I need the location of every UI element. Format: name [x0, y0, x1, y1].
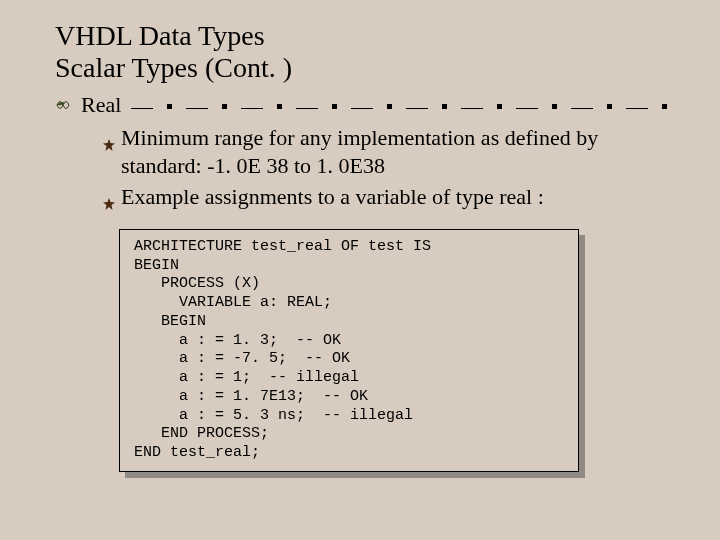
decorative-divider	[131, 98, 670, 112]
code-box: ARCHITECTURE test_real OF test IS BEGIN …	[119, 229, 579, 472]
svg-marker-0	[103, 139, 115, 151]
star-bullet-icon	[103, 183, 121, 217]
star-bullet-icon	[103, 124, 121, 179]
level1-label: Real	[81, 92, 121, 118]
title-line-2: Scalar Types (Cont. )	[55, 52, 292, 83]
list-item: Example assignments to a variable of typ…	[103, 183, 670, 217]
bullet-text: Minimum range for any implementation as …	[121, 124, 670, 179]
code-content: ARCHITECTURE test_real OF test IS BEGIN …	[119, 229, 579, 472]
body-list: Minimum range for any implementation as …	[103, 124, 670, 217]
title-line-1: VHDL Data Types	[55, 20, 265, 51]
svg-marker-1	[103, 198, 115, 210]
bullet-text: Example assignments to a variable of typ…	[121, 183, 670, 217]
list-item: Minimum range for any implementation as …	[103, 124, 670, 179]
page-title: VHDL Data Types Scalar Types (Cont. )	[55, 20, 670, 84]
slide: VHDL Data Types Scalar Types (Cont. ) Re…	[0, 0, 720, 492]
leaf-bullet-icon	[55, 98, 71, 112]
level1-row: Real	[55, 92, 670, 118]
